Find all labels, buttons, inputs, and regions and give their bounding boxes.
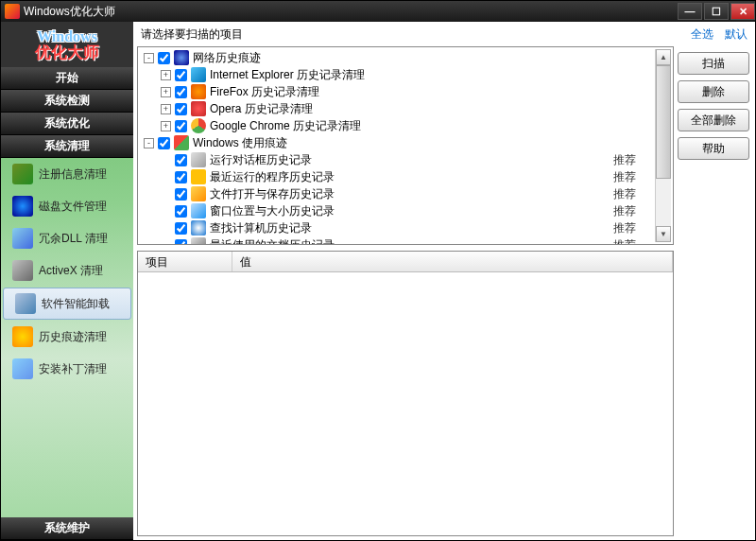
tree-checkbox[interactable] [175,171,187,183]
prompt-label: 请选择要扫描的项目 [141,26,243,43]
expand-icon[interactable]: + [161,121,171,131]
titlebar[interactable]: Windows优化大师 — ☐ ✕ [1,1,755,22]
sidebar-item-icon [12,326,33,347]
tree-checkbox[interactable] [175,205,187,218]
sidebar-item-icon [15,293,36,314]
delete-button[interactable]: 删除 [678,80,749,103]
tree-node-label: 窗口位置与大小历史记录 [210,203,335,219]
tree-checkbox[interactable] [175,120,187,132]
tree-checkbox[interactable] [175,222,187,235]
logo-line1: Windows [37,29,97,44]
minimize-button[interactable]: — [678,3,702,20]
sidebar-item-1[interactable]: 磁盘文件管理 [1,190,133,222]
sidebar-item-2[interactable]: 冗余DLL 清理 [1,222,133,254]
tree-row[interactable]: +Internet Explorer 历史记录清理 [140,66,655,83]
tree-node-label: 运行对话框历史记录 [210,152,312,168]
expand-icon[interactable]: - [144,53,154,63]
tree-node-icon [191,118,206,133]
tree-checkbox[interactable] [175,103,187,115]
recommend-label: 推荐 [613,220,636,236]
grid-header[interactable]: 项目 值 [138,252,673,272]
tree-node-icon [191,67,206,82]
tree-row[interactable]: -Windows 使用痕迹 [140,134,655,151]
tree-node-label: 查找计算机历史记录 [210,220,312,236]
tree-row[interactable]: +Google Chrome 历史记录清理 [140,117,655,134]
tree-checkbox[interactable] [158,52,170,64]
tree-row[interactable]: 文件打开与保存历史记录推荐 [140,185,655,202]
tree-row[interactable]: 窗口位置与大小历史记录推荐 [140,202,655,219]
action-panel: 扫描 删除 全部删除 帮助 [678,46,755,540]
tree-row[interactable]: 查找计算机历史记录推荐 [140,219,655,236]
tree-checkbox[interactable] [175,154,187,166]
expand-spacer [161,172,171,183]
scroll-up-icon[interactable]: ▲ [656,49,671,65]
sidebar-item-label: 磁盘文件管理 [39,199,107,215]
sidebar-item-icon [12,260,33,281]
tree-node-label: 网络历史痕迹 [193,50,261,66]
sidebar-item-icon [12,228,33,249]
sidebar-item-0[interactable]: 注册信息清理 [1,158,133,190]
tree-checkbox[interactable] [175,86,187,98]
sidebar: Windows 优化大师 开始 系统检测 系统优化 系统清理 注册信息清理磁盘文… [1,22,133,540]
expand-icon[interactable]: - [144,138,154,148]
scan-button[interactable]: 扫描 [678,52,749,75]
expand-spacer [161,206,171,217]
expand-spacer [161,189,171,200]
tree-node-label: Internet Explorer 历史记录清理 [210,67,365,83]
tree-scrollbar[interactable]: ▲ ▼ [655,49,671,242]
recommend-label: 推荐 [613,152,636,168]
sidebar-item-5[interactable]: 历史痕迹清理 [1,321,133,353]
tree-row[interactable]: +FireFox 历史记录清理 [140,83,655,100]
logo: Windows 优化大师 [1,22,133,67]
sidebar-item-3[interactable]: ActiveX 清理 [1,254,133,287]
scan-tree[interactable]: -网络历史痕迹+Internet Explorer 历史记录清理+FireFox… [137,46,674,245]
category-clean[interactable]: 系统清理 [1,135,133,158]
tree-node-label: 最近运行的程序历史记录 [210,169,335,185]
tree-node-label: Windows 使用痕迹 [193,135,287,151]
scroll-down-icon[interactable]: ▼ [656,226,671,242]
tree-checkbox[interactable] [175,239,187,246]
sidebar-item-label: 注册信息清理 [39,166,107,183]
sidebar-item-6[interactable]: 安装补丁清理 [1,353,133,385]
tree-node-label: Opera 历史记录清理 [210,101,313,117]
tree-checkbox[interactable] [175,69,187,81]
grid-col-value[interactable]: 值 [232,252,673,271]
expand-spacer [161,240,171,246]
tree-row[interactable]: 最近使用的文档历史记录推荐 [140,236,655,245]
select-all-link[interactable]: 全选 [691,26,713,43]
tree-checkbox[interactable] [175,188,187,201]
app-window: Windows优化大师 — ☐ ✕ Windows 优化大师 开始 系统检测 系… [0,0,756,541]
sidebar-item-label: 历史痕迹清理 [39,329,107,345]
tree-row[interactable]: 最近运行的程序历史记录推荐 [140,168,655,185]
sidebar-item-label: 冗余DLL 清理 [39,231,108,247]
tree-node-icon [174,135,189,150]
default-link[interactable]: 默认 [725,26,747,43]
maximize-button[interactable]: ☐ [704,3,729,20]
expand-icon[interactable]: + [161,87,171,97]
sidebar-item-4[interactable]: 软件智能卸载 [3,288,131,320]
delete-all-button[interactable]: 全部删除 [678,109,749,131]
sidebar-item-icon [12,196,33,217]
tree-checkbox[interactable] [158,137,170,149]
expand-icon[interactable]: + [161,70,171,80]
category-start[interactable]: 开始 [1,67,133,90]
category-detect[interactable]: 系统检测 [1,90,133,113]
scroll-thumb[interactable] [656,65,671,179]
tree-node-icon [191,101,206,116]
category-optimize[interactable]: 系统优化 [1,113,133,135]
tree-node-icon [191,237,206,245]
tree-row[interactable]: -网络历史痕迹 [140,49,655,66]
close-button[interactable]: ✕ [730,3,755,20]
help-button[interactable]: 帮助 [678,137,749,160]
tree-row[interactable]: 运行对话框历史记录推荐 [140,151,655,168]
tree-row[interactable]: +Opera 历史记录清理 [140,100,655,117]
app-icon [5,4,20,19]
recommend-label: 推荐 [613,169,636,185]
expand-icon[interactable]: + [161,104,171,114]
grid-col-item[interactable]: 项目 [138,252,232,271]
tree-node-label: 最近使用的文档历史记录 [210,237,335,246]
toolbar: 请选择要扫描的项目 全选 默认 [133,22,755,46]
tree-node-icon [191,186,206,201]
sidebar-item-label: 软件智能卸载 [42,296,110,312]
category-maintain[interactable]: 系统维护 [1,517,133,540]
